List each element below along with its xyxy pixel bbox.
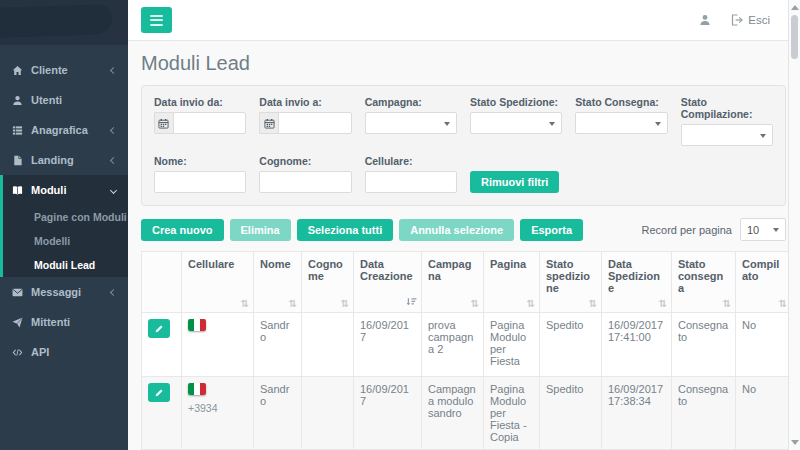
sidebar-item-label: Messaggi (31, 286, 103, 298)
sidebar-item-api[interactable]: API (0, 337, 128, 367)
nome-cell: Sandro (254, 377, 302, 450)
filter-label: Stato Spedizione: (470, 96, 562, 108)
column-header-label: Cognome (308, 258, 343, 282)
sidebar-item-messaggi[interactable]: Messaggi (0, 277, 128, 307)
sort-icon: ⇅ (723, 298, 731, 309)
nome-cell: Sandro (254, 313, 302, 377)
sidebar-toggle-button[interactable] (141, 7, 172, 33)
column-header-stato-consegna[interactable]: Stato consegna⇅ (672, 252, 736, 313)
sort-icon: ⇅ (527, 298, 535, 309)
cognome-cell (302, 313, 354, 377)
edit-button[interactable] (148, 319, 170, 338)
sidebar-item-utenti[interactable]: Utenti (0, 85, 128, 115)
cognome-cell (302, 377, 354, 450)
filter-label: Data invio da: (154, 96, 246, 108)
sidebar-item-moduli[interactable]: Moduli (3, 175, 128, 205)
filter-data-invio-a: Data invio a: (259, 96, 351, 146)
calendar-icon (154, 112, 173, 134)
column-header-data-creazione[interactable]: Data Creazione (354, 252, 422, 313)
chevron-left-icon (110, 156, 117, 163)
user-icon[interactable] (699, 14, 711, 26)
pagina-cell: Pagina Modulo per Fiesta - Copia (484, 377, 540, 450)
sort-icon: ⇅ (779, 298, 787, 309)
column-header-cellulare[interactable]: Cellulare⇅ (182, 252, 254, 313)
sidebar-item-label: Cliente (31, 64, 103, 76)
italy-flag-icon (188, 319, 206, 331)
column-header-campagna[interactable]: Campagna⇅ (422, 252, 484, 313)
column-header-stato-spedizione[interactable]: Stato spedizione⇅ (540, 252, 602, 313)
scroll-up-arrow[interactable] (791, 5, 799, 10)
column-header-data-spedizione[interactable]: Data Spedizione⇅ (602, 252, 672, 313)
vertical-scrollbar[interactable] (788, 0, 800, 450)
cellulare-input[interactable] (365, 171, 457, 193)
filter-nome: Nome: (154, 155, 246, 193)
stato-consegna-cell: Consegnato (672, 377, 736, 450)
edit-button[interactable] (148, 383, 170, 402)
annulla-selezione-button[interactable]: Annulla selezione (399, 219, 514, 241)
sidebar-item-landing[interactable]: Landing (0, 145, 128, 175)
column-header-label: Pagina (490, 258, 526, 270)
logo (0, 4, 112, 38)
caret-down-icon (773, 228, 779, 232)
cognome-input[interactable] (259, 171, 351, 193)
stato-spedizione-select[interactable] (470, 112, 562, 134)
seleziona-tutti-button[interactable]: Seleziona tutti (297, 219, 394, 241)
column-header-nome[interactable]: Nome⇅ (254, 252, 302, 313)
chevron-left-icon (110, 126, 117, 133)
elimina-button[interactable]: Elimina (230, 219, 291, 241)
sort-desc-icon (406, 296, 417, 307)
filter-cellulare: Cellulare: (365, 155, 457, 193)
data-invio-a-input[interactable] (278, 112, 352, 134)
filter-panel: Data invio da: Data invio a: Campagna: S… (141, 85, 786, 206)
sidebar-subitem-pagine-con-moduli[interactable]: Pagine con Moduli (3, 205, 128, 229)
sign-out-icon (731, 14, 743, 26)
remove-filters-button[interactable]: Rimuovi filtri (470, 171, 559, 193)
filter-label: Data invio a: (259, 96, 351, 108)
campagna-cell: Campagna modulo sandro (422, 377, 484, 450)
data-creazione-cell: 16/09/2017 (354, 313, 422, 377)
crea-nuovo-button[interactable]: Crea nuovo (141, 219, 224, 241)
envelope-icon (12, 287, 23, 298)
scrollbar-thumb[interactable] (791, 15, 798, 59)
chevron-left-icon (110, 66, 117, 73)
column-header-label: Compilato (742, 258, 779, 282)
stato-compilazione-select[interactable] (681, 124, 773, 146)
sidebar-item-mittenti[interactable]: Mittenti (0, 307, 128, 337)
logo-area (0, 0, 128, 45)
toolbar-buttons: Crea nuovoEliminaSeleziona tuttiAnnulla … (141, 219, 589, 241)
nome-input[interactable] (154, 171, 246, 193)
sidebar-item-label: Utenti (31, 94, 116, 106)
sidebar-item-cliente[interactable]: Cliente (0, 55, 128, 85)
file-icon (12, 155, 23, 166)
scroll-down-arrow[interactable] (791, 440, 799, 445)
filter-label: Nome: (154, 155, 246, 167)
sidebar-subitem-modelli[interactable]: Modelli (3, 229, 128, 253)
records-per-page-select[interactable]: 10 (740, 218, 786, 241)
column-header-compilato[interactable]: Compilato⇅ (736, 252, 792, 313)
column-header-label: Cellulare (188, 258, 234, 270)
stato-consegna-cell: Consegnato (672, 313, 736, 377)
campagna-select[interactable] (365, 112, 457, 134)
campagna-cell: prova campagna 2 (422, 313, 484, 377)
pencil-icon (155, 388, 164, 397)
compilato-cell: No (736, 377, 792, 450)
main-content: Moduli Lead Data invio da: Data invio a:… (128, 41, 786, 450)
filter-label: Stato Compilazione: (681, 96, 773, 120)
data-invio-da-input[interactable] (173, 112, 247, 134)
column-header-cognome[interactable]: Cognome⇅ (302, 252, 354, 313)
table-header-row: Cellulare⇅Nome⇅Cognome⇅Data CreazioneCam… (142, 252, 792, 313)
filter-cognome: Cognome: (259, 155, 351, 193)
sidebar-item-anagrafica[interactable]: Anagrafica (0, 115, 128, 145)
column-header-pagina[interactable]: Pagina⇅ (484, 252, 540, 313)
chevron-down-icon (110, 186, 117, 193)
sidebar-subitem-moduli-lead[interactable]: Moduli Lead (3, 253, 128, 277)
caret-down-icon (760, 134, 766, 138)
stato-consegna-select[interactable] (575, 112, 667, 134)
logout-link[interactable]: Esci (731, 14, 770, 26)
home-icon (12, 65, 23, 76)
column-header-label: Stato consegna (678, 258, 723, 294)
sort-icon: ⇅ (659, 298, 667, 309)
column-header-label: Campagna (428, 258, 471, 282)
esporta-button[interactable]: Esporta (520, 219, 583, 241)
calendar-icon (259, 112, 278, 134)
